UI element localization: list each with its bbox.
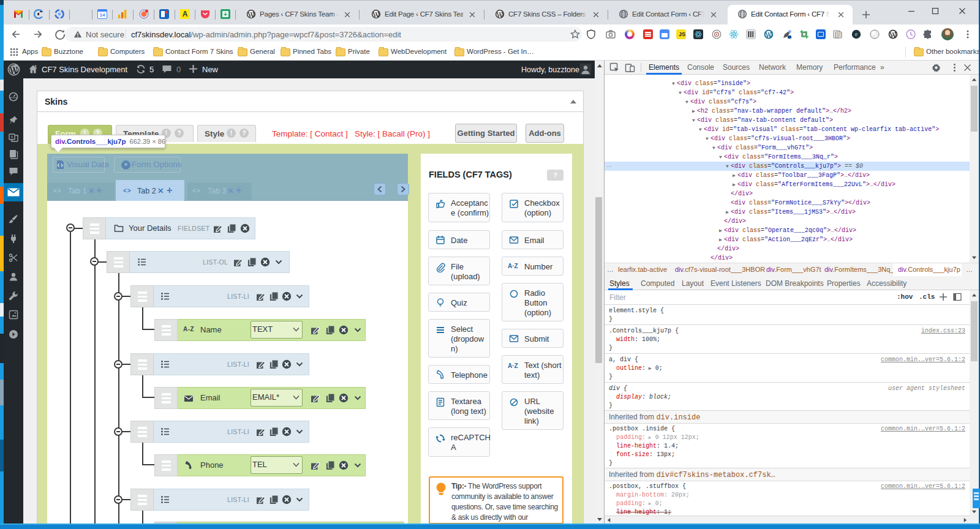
svg-text:e: e <box>855 31 858 37</box>
